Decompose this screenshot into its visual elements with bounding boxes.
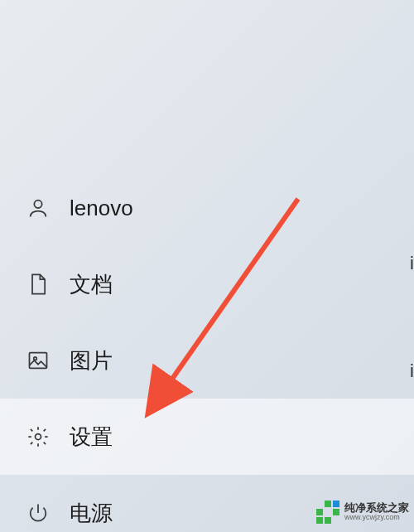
documents-label: 文档 <box>70 270 113 299</box>
watermark-logo-icon <box>316 501 339 524</box>
pictures-item[interactable]: 图片 <box>0 322 414 399</box>
watermark-url: www.ycwjzy.com <box>344 514 409 522</box>
picture-icon <box>25 347 51 374</box>
watermark-text: 纯净系统之家 www.ycwjzy.com <box>344 502 409 522</box>
user-label: lenovo <box>70 196 133 221</box>
svg-point-3 <box>36 434 41 440</box>
svg-point-0 <box>34 201 41 208</box>
settings-item[interactable]: 设置 <box>0 399 414 475</box>
edge-fragment: i <box>410 356 414 385</box>
power-icon <box>25 500 51 526</box>
start-menu-items: lenovo 文档 图片 设置 电源 <box>0 170 414 532</box>
settings-label: 设置 <box>70 423 113 452</box>
start-menu-panel: lenovo 文档 图片 设置 电源 <box>0 0 414 532</box>
user-account-item[interactable]: lenovo <box>0 170 414 246</box>
gear-icon <box>25 423 51 450</box>
document-icon <box>25 271 51 297</box>
watermark: 纯净系统之家 www.ycwjzy.com <box>316 501 409 524</box>
watermark-title: 纯净系统之家 <box>344 502 409 514</box>
person-icon <box>25 195 51 221</box>
svg-rect-1 <box>30 353 47 369</box>
edge-fragment: i <box>410 249 414 278</box>
power-label: 电源 <box>70 499 113 528</box>
pictures-label: 图片 <box>70 346 113 375</box>
documents-item[interactable]: 文档 <box>0 246 414 322</box>
